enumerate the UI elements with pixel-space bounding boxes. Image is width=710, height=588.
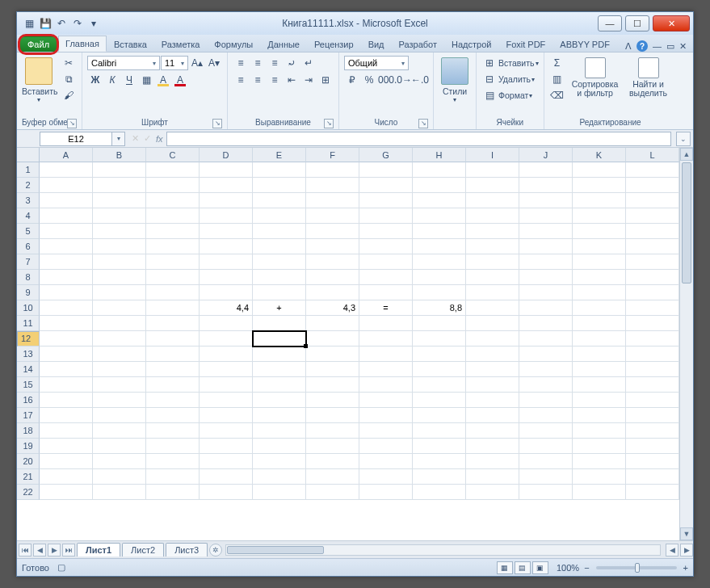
cell[interactable]	[146, 239, 200, 254]
cell[interactable]	[466, 423, 519, 439]
decrease-font-icon[interactable]: A▾	[206, 56, 222, 70]
format-cells-button[interactable]: ▤Формат▾	[481, 88, 532, 103]
cell[interactable]	[626, 346, 679, 362]
cell[interactable]	[306, 270, 359, 285]
cell[interactable]	[93, 423, 146, 439]
cell[interactable]	[626, 270, 679, 285]
cell[interactable]	[466, 208, 519, 224]
cell[interactable]	[626, 285, 679, 300]
cell[interactable]	[413, 208, 466, 224]
hscroll-right-icon[interactable]: ▶	[680, 544, 693, 556]
dialog-launcher-icon[interactable]: ↘	[67, 119, 77, 128]
cell[interactable]	[413, 285, 466, 300]
cell[interactable]	[466, 362, 519, 377]
cell[interactable]	[93, 178, 146, 193]
cell[interactable]	[200, 224, 253, 239]
next-sheet-icon[interactable]: ▶	[48, 544, 61, 556]
cell[interactable]	[519, 331, 573, 346]
cell[interactable]	[253, 469, 306, 485]
cell[interactable]	[93, 162, 146, 178]
cell[interactable]	[306, 408, 359, 423]
cell[interactable]	[200, 239, 253, 254]
cell[interactable]	[93, 300, 146, 316]
fill-icon[interactable]: ▥	[549, 72, 565, 86]
cell[interactable]	[359, 408, 413, 423]
cell[interactable]	[413, 485, 466, 500]
cell[interactable]	[40, 208, 93, 224]
decrease-decimal-icon[interactable]: ←.0	[412, 73, 428, 87]
row-header[interactable]: 9	[17, 285, 40, 300]
cell[interactable]	[626, 469, 679, 485]
cell[interactable]	[146, 208, 200, 224]
comma-icon[interactable]: 000	[378, 73, 394, 87]
cell[interactable]	[359, 331, 413, 346]
row-header[interactable]: 20	[17, 454, 40, 469]
cell[interactable]	[200, 423, 253, 439]
redo-icon[interactable]: ↷	[70, 16, 85, 31]
cell[interactable]	[306, 393, 359, 408]
tab-data[interactable]: Данные	[260, 36, 307, 52]
tab-view[interactable]: Вид	[361, 36, 392, 52]
cell[interactable]	[253, 285, 306, 300]
cell[interactable]	[253, 239, 306, 254]
cell[interactable]	[519, 362, 573, 377]
cell[interactable]	[200, 362, 253, 377]
zoom-slider[interactable]	[596, 566, 677, 569]
cell[interactable]	[306, 377, 359, 393]
cell[interactable]	[40, 346, 93, 362]
row-header[interactable]: 15	[17, 377, 40, 393]
tab-page-layout[interactable]: Разметка	[154, 36, 208, 52]
cell[interactable]	[306, 239, 359, 254]
cell[interactable]	[573, 454, 626, 469]
undo-icon[interactable]: ↶	[54, 16, 69, 31]
page-layout-view-icon[interactable]: ▤	[515, 561, 531, 574]
cell[interactable]	[413, 270, 466, 285]
cell[interactable]	[519, 300, 573, 316]
cell[interactable]	[40, 178, 93, 193]
row-header[interactable]: 14	[17, 362, 40, 377]
cell[interactable]	[413, 346, 466, 362]
cell[interactable]	[146, 485, 200, 500]
zoom-level[interactable]: 100%	[557, 563, 579, 573]
cell[interactable]	[146, 423, 200, 439]
cell[interactable]	[626, 331, 679, 346]
column-header-F[interactable]: F	[306, 148, 359, 162]
row-header[interactable]: 5	[17, 224, 40, 239]
row-header[interactable]: 2	[17, 178, 40, 193]
cell[interactable]	[93, 285, 146, 300]
row-header[interactable]: 18	[17, 423, 40, 439]
cell[interactable]	[146, 439, 200, 454]
cell[interactable]	[40, 270, 93, 285]
increase-font-icon[interactable]: A▴	[189, 56, 205, 70]
cell[interactable]	[253, 193, 306, 208]
cut-icon[interactable]: ✂	[61, 56, 77, 70]
hscroll-thumb[interactable]	[227, 546, 324, 554]
cell[interactable]	[146, 285, 200, 300]
row-header[interactable]: 7	[17, 254, 40, 270]
name-box[interactable]: E12	[40, 132, 112, 146]
cell[interactable]	[200, 377, 253, 393]
bold-button[interactable]: Ж	[87, 73, 103, 87]
cell[interactable]	[146, 178, 200, 193]
cell[interactable]	[466, 162, 519, 178]
cell[interactable]	[40, 377, 93, 393]
cell[interactable]	[519, 254, 573, 270]
normal-view-icon[interactable]: ▦	[497, 561, 513, 574]
cell[interactable]	[40, 408, 93, 423]
fill-color-icon[interactable]: A	[155, 73, 171, 87]
cell[interactable]	[359, 439, 413, 454]
doc-restore-icon[interactable]: ▭	[666, 41, 674, 52]
cell[interactable]	[306, 362, 359, 377]
tab-formulas[interactable]: Формулы	[207, 36, 260, 52]
cell[interactable]	[40, 423, 93, 439]
cell[interactable]	[573, 300, 626, 316]
column-header-H[interactable]: H	[413, 148, 466, 162]
cell[interactable]	[626, 178, 679, 193]
cell[interactable]	[519, 285, 573, 300]
cell[interactable]	[40, 254, 93, 270]
cell[interactable]	[573, 377, 626, 393]
cell[interactable]	[519, 162, 573, 178]
cell[interactable]	[573, 469, 626, 485]
cell[interactable]	[146, 393, 200, 408]
cell[interactable]	[626, 193, 679, 208]
